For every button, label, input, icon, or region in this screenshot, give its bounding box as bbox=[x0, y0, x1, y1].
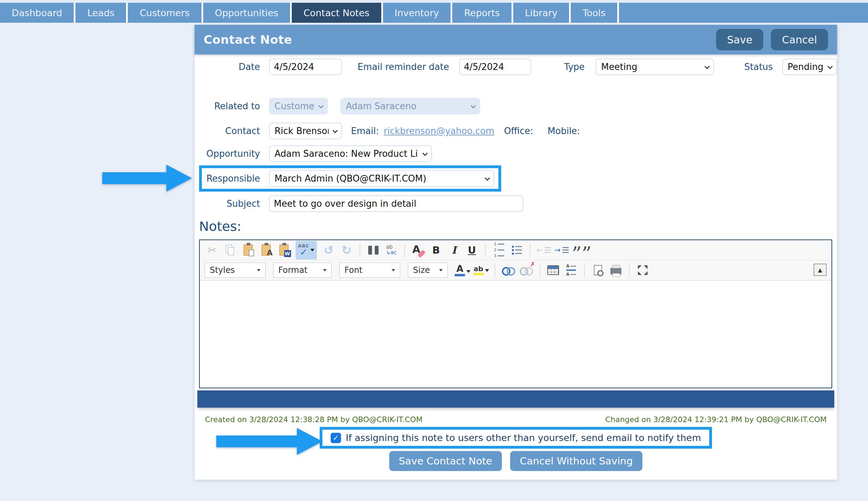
font-dropdown[interactable]: Font bbox=[339, 263, 400, 278]
panel-header: Contact Note Save Cancel bbox=[195, 25, 837, 54]
date-row: Date Email reminder date Type Meeting St… bbox=[195, 59, 837, 75]
nav-tab-customers[interactable]: Customers bbox=[128, 3, 203, 23]
paste-icon[interactable] bbox=[240, 242, 256, 258]
cut-icon[interactable]: ✂ bbox=[205, 242, 220, 258]
contact-row: Contact Rick Brenson Email: rickbrenson@… bbox=[195, 123, 837, 139]
app-screen: Dashboard Leads Customers Opportunities … bbox=[0, 0, 868, 501]
date-input[interactable] bbox=[269, 59, 342, 75]
reminder-label: Email reminder date bbox=[358, 62, 449, 72]
paste-as-text-icon[interactable]: A bbox=[258, 242, 273, 258]
responsible-highlight-box: Responsible March Admin (QBO@CRIK-IT.COM… bbox=[199, 165, 501, 192]
subject-input[interactable] bbox=[269, 195, 523, 212]
chevron-down-icon bbox=[471, 103, 476, 109]
paste-from-word-icon[interactable]: W bbox=[276, 242, 291, 258]
nav-tab-reports[interactable]: Reports bbox=[452, 3, 513, 23]
text-color-button[interactable]: A bbox=[455, 262, 471, 278]
chevron-down-icon bbox=[392, 269, 395, 272]
reminder-input[interactable] bbox=[459, 59, 531, 75]
chevron-down-icon bbox=[485, 175, 490, 181]
editor-toolbar-row2: Styles Format Font Size A ab ✗ bbox=[200, 260, 831, 280]
contact-select[interactable]: Rick Brenson bbox=[269, 123, 342, 139]
maximize-icon[interactable] bbox=[635, 262, 650, 278]
nav-tab-dashboard[interactable]: Dashboard bbox=[0, 3, 75, 23]
print-icon[interactable] bbox=[608, 262, 623, 278]
numbered-list-icon[interactable] bbox=[491, 242, 506, 258]
nav-tab-library[interactable]: Library bbox=[513, 3, 571, 23]
opportunity-select[interactable]: Adam Saraceno: New Product Line bbox=[269, 145, 432, 162]
toolbar-separator bbox=[404, 243, 405, 257]
blockquote-icon[interactable]: ”” bbox=[572, 242, 591, 258]
responsible-label: Responsible bbox=[202, 173, 260, 184]
type-select[interactable]: Meeting bbox=[596, 59, 714, 75]
indent-icon[interactable]: → bbox=[554, 242, 569, 258]
toolbar-separator bbox=[360, 243, 360, 257]
subject-row: Subject bbox=[195, 195, 837, 212]
unlink-icon[interactable]: ✗ bbox=[519, 262, 534, 278]
cancel-without-saving-button[interactable]: Cancel Without Saving bbox=[510, 451, 642, 471]
chevron-down-icon bbox=[257, 269, 260, 272]
top-nav: Dashboard Leads Customers Opportunities … bbox=[0, 0, 868, 23]
page-title: Contact Note bbox=[204, 33, 292, 47]
notify-highlight-box: ✓ If assigning this note to users other … bbox=[320, 427, 712, 449]
italic-button[interactable]: I bbox=[446, 242, 462, 258]
nav-tab-inventory[interactable]: Inventory bbox=[383, 3, 453, 23]
related-entity-select[interactable]: Adam Saraceno bbox=[340, 98, 480, 114]
toolbar-separator bbox=[485, 243, 486, 257]
related-kind-select[interactable]: Customer bbox=[269, 98, 328, 114]
outdent-icon[interactable]: ← bbox=[536, 242, 551, 258]
notes-editor-body[interactable] bbox=[200, 280, 831, 388]
toolbar-separator bbox=[530, 243, 530, 257]
toolbar-separator bbox=[539, 263, 540, 277]
opportunity-row: Opportunity Adam Saraceno: New Product L… bbox=[195, 145, 837, 162]
toolbar-separator bbox=[629, 263, 630, 277]
date-label: Date bbox=[195, 62, 260, 72]
cancel-button[interactable]: Cancel bbox=[771, 29, 828, 50]
format-dropdown[interactable]: Format bbox=[273, 263, 332, 278]
related-to-row: Related to Customer Adam Saraceno bbox=[195, 98, 837, 114]
bold-button[interactable]: B bbox=[428, 242, 444, 258]
remove-format-icon[interactable]: A bbox=[411, 242, 426, 258]
redo-icon[interactable]: ↻ bbox=[339, 242, 354, 258]
highlight-color-button[interactable]: ab bbox=[473, 262, 489, 278]
actions-row: Save Contact Note Cancel Without Saving bbox=[195, 451, 837, 471]
insert-table-icon[interactable] bbox=[546, 262, 561, 278]
underline-button[interactable]: U bbox=[464, 242, 479, 258]
horizontal-rule-icon[interactable] bbox=[564, 262, 579, 278]
chevron-down-icon bbox=[704, 64, 710, 69]
notify-checkbox[interactable]: ✓ bbox=[331, 433, 341, 443]
undo-icon[interactable]: ↺ bbox=[321, 242, 336, 258]
replace-icon[interactable]: ab↳ac bbox=[384, 242, 399, 258]
nav-tab-tools[interactable]: Tools bbox=[571, 3, 619, 23]
save-contact-note-button[interactable]: Save Contact Note bbox=[389, 451, 502, 471]
save-button[interactable]: Save bbox=[716, 29, 764, 50]
chevron-down-icon bbox=[422, 151, 428, 156]
chevron-down-icon bbox=[827, 64, 833, 69]
size-dropdown[interactable]: Size bbox=[408, 263, 448, 278]
office-label: Office: bbox=[504, 126, 533, 136]
meta-row: Created on 3/28/2024 12:38:28 PM by QBO@… bbox=[195, 415, 837, 424]
copy-icon[interactable] bbox=[223, 242, 238, 258]
chevron-down-icon bbox=[332, 128, 338, 133]
find-icon[interactable] bbox=[366, 242, 381, 258]
preview-icon[interactable] bbox=[590, 262, 606, 278]
status-select[interactable]: Pending bbox=[782, 59, 837, 75]
toolbar-separator bbox=[584, 263, 585, 277]
chevron-down-icon bbox=[323, 269, 327, 272]
styles-dropdown[interactable]: Styles bbox=[205, 263, 266, 278]
nav-tab-contact-notes[interactable]: Contact Notes bbox=[292, 3, 383, 23]
notes-heading: Notes: bbox=[199, 219, 837, 234]
link-icon[interactable] bbox=[501, 262, 516, 278]
chevron-down-icon bbox=[439, 269, 443, 272]
nav-tab-leads[interactable]: Leads bbox=[75, 3, 128, 23]
status-label: Status bbox=[744, 62, 773, 72]
responsible-select[interactable]: March Admin (QBO@CRIK-IT.COM) bbox=[269, 170, 494, 187]
chevron-down-icon bbox=[318, 103, 324, 109]
email-label: Email: bbox=[351, 126, 379, 136]
nav-tab-opportunities[interactable]: Opportunities bbox=[203, 3, 292, 23]
contact-email-link[interactable]: rickbrenson@yahoo.com bbox=[384, 126, 494, 136]
collapse-toolbar-button[interactable]: ▲ bbox=[814, 264, 827, 276]
opportunity-label: Opportunity bbox=[195, 149, 260, 159]
bullet-list-icon[interactable] bbox=[509, 242, 524, 258]
spellcheck-button[interactable]: ABC✓ bbox=[294, 242, 318, 258]
notes-editor: ✂ A W ABC✓ ↺ ↻ ab↳ac A B I U bbox=[199, 239, 832, 388]
